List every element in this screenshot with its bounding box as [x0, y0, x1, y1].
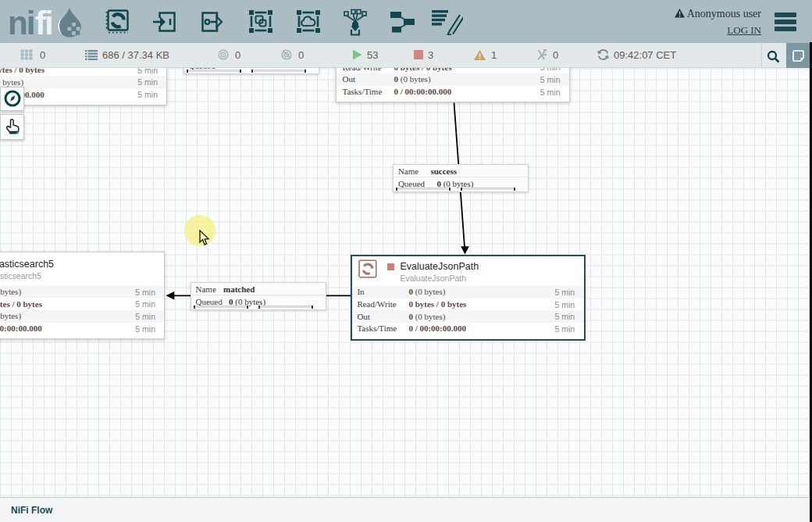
svg-text:fi: fi	[35, 5, 52, 39]
svg-text:ni: ni	[8, 5, 34, 39]
